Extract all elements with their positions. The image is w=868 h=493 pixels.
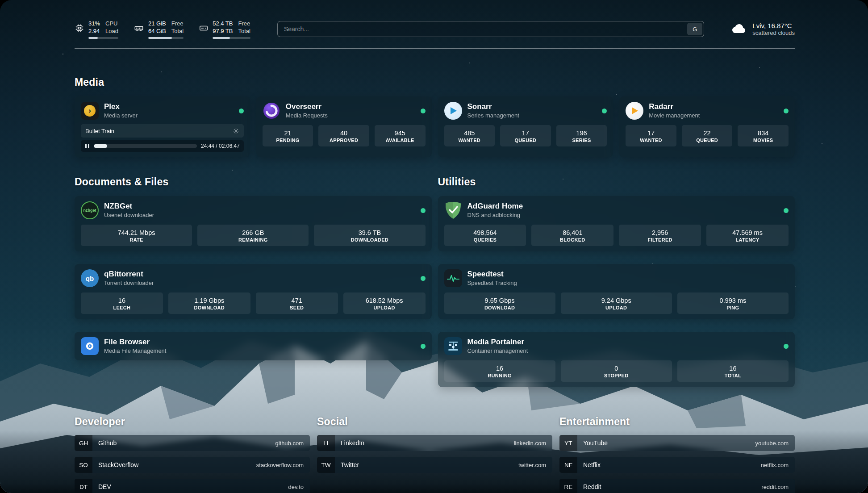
bookmark-stackoverflow[interactable]: SO StackOverflow stackoverflow.com	[75, 457, 310, 473]
stat-upload: 9.24 Gbps UPLOAD	[561, 292, 672, 314]
stat-available: 945 AVAILABLE	[375, 125, 426, 146]
filebrowser-icon	[81, 337, 99, 355]
plex-progress-bar[interactable]	[94, 144, 197, 148]
bookmark-reddit[interactable]: RE Reddit reddit.com	[559, 479, 795, 493]
portainer-link[interactable]: Media Portainer Container management	[444, 337, 789, 355]
stat-downloaded: 39.6 TB DOWNLOADED	[314, 225, 425, 246]
nzbget-subtitle: Usenet downloader	[104, 212, 154, 218]
stat-leech: 16 LEECH	[81, 292, 163, 314]
stat-blocked: 86,401 BLOCKED	[531, 225, 613, 246]
section-title-documents: Documents & Files	[75, 176, 432, 188]
bookmark-youtube[interactable]: YT YouTube youtube.com	[559, 435, 795, 451]
stat-seed: 471 SEED	[256, 292, 338, 314]
section-title-entertainment: Entertainment	[559, 416, 795, 428]
card-nzbget: nzbget NZBGet Usenet downloader 744.21 M…	[75, 196, 432, 251]
cloud-icon	[731, 23, 747, 35]
stat-wanted: 485 WANTED	[444, 125, 495, 146]
youtube-abbr: YT	[559, 435, 577, 451]
qbittorrent-icon: qb	[81, 269, 99, 287]
sonarr-icon	[444, 102, 462, 120]
cpu-label: CPU	[105, 20, 118, 27]
stat-series: 196 SERIES	[556, 125, 607, 146]
plex-icon: ›	[81, 102, 99, 120]
card-filebrowser: File Browser Media File Management	[75, 332, 432, 360]
speedtest-link[interactable]: Speedtest Speedtest Tracking	[444, 269, 789, 287]
radarr-icon	[626, 102, 643, 120]
disk-total-value: 97.9 TB	[213, 27, 233, 35]
overseerr-link[interactable]: Overseerr Media Requests	[263, 102, 426, 120]
portainer-name: Media Portainer	[467, 338, 528, 347]
section-documents: Documents & Files nzbget NZBGet Usenet d…	[75, 176, 432, 360]
memory-icon	[134, 23, 144, 33]
plex-link[interactable]: › Plex Media server	[81, 102, 244, 120]
section-utilities: Utilities	[438, 176, 795, 387]
stat-queries: 498,564 QUERIES	[444, 225, 526, 246]
stat-queued: 17 QUEUED	[500, 125, 551, 146]
disk-usage-bar	[213, 37, 250, 39]
dashboard-screen: 31% 2.94 CPU Load	[0, 0, 868, 493]
radarr-subtitle: Movie management	[649, 112, 700, 119]
search-bar: G	[277, 21, 704, 37]
gear-icon[interactable]	[233, 128, 239, 134]
cpu-icon	[75, 23, 84, 33]
bookmark-netflix[interactable]: NF Netflix netflix.com	[559, 457, 795, 473]
bookmark-github[interactable]: GH Github github.com	[75, 435, 310, 451]
stat-remaining: 266 GB REMAINING	[197, 225, 309, 246]
filebrowser-status-dot	[421, 344, 426, 349]
twitter-abbr: TW	[317, 457, 335, 473]
plex-name: Plex	[104, 102, 138, 111]
adguard-link[interactable]: AdGuard Home DNS and adblocking	[444, 201, 789, 219]
plex-now-playing: Bullet Train	[81, 124, 244, 138]
memory-free-label: Free	[171, 20, 184, 27]
stat-pending: 21 PENDING	[263, 125, 313, 146]
overseerr-subtitle: Media Requests	[286, 112, 328, 119]
nzbget-status-dot	[421, 208, 426, 213]
filebrowser-subtitle: Media File Management	[104, 347, 166, 354]
bookmark-dev[interactable]: DT DEV dev.to	[75, 479, 310, 493]
radarr-link[interactable]: Radarr Movie management	[626, 102, 789, 120]
adguard-name: AdGuard Home	[467, 202, 523, 211]
qbittorrent-link[interactable]: qb qBittorrent Torrent downloader	[81, 269, 426, 287]
memory-usage-bar	[148, 37, 184, 39]
bookmark-group-developer: Developer GH Github github.com SO StackO…	[75, 416, 310, 493]
disk-free-label: Free	[238, 20, 250, 27]
section-title-utilities: Utilities	[438, 176, 795, 188]
bookmark-linkedin[interactable]: LI LinkedIn linkedin.com	[317, 435, 552, 451]
memory-total-label: Total	[171, 27, 184, 35]
disk-icon	[199, 23, 209, 33]
plex-status-dot	[239, 109, 244, 113]
netflix-abbr: NF	[559, 457, 577, 473]
qbittorrent-subtitle: Torrent downloader	[104, 280, 154, 286]
portainer-icon	[444, 337, 462, 355]
bookmark-twitter[interactable]: TW Twitter twitter.com	[317, 457, 552, 473]
topbar-divider	[75, 48, 795, 49]
stat-filtered: 2,956 FILTERED	[619, 225, 701, 246]
stat-total: 16 TOTAL	[677, 360, 789, 382]
stat-download: 9.65 Gbps DOWNLOAD	[444, 292, 555, 314]
adguard-icon	[444, 201, 462, 219]
radarr-status-dot	[784, 109, 789, 113]
sonarr-link[interactable]: Sonarr Series management	[444, 102, 607, 120]
stat-movies: 834 MOVIES	[738, 125, 789, 146]
pause-button[interactable]	[85, 143, 90, 149]
card-sonarr: Sonarr Series management 485 WANTED 17 Q…	[438, 96, 613, 157]
card-adguard: AdGuard Home DNS and adblocking 498,564 …	[438, 196, 795, 251]
overseerr-status-dot	[421, 109, 426, 113]
nzbget-link[interactable]: nzbget NZBGet Usenet downloader	[81, 201, 426, 219]
nzbget-icon: nzbget	[81, 201, 99, 219]
speedtest-name: Speedtest	[467, 270, 517, 279]
speedtest-icon	[444, 269, 462, 287]
nzbget-name: NZBGet	[104, 202, 154, 211]
cpu-percent: 31%	[88, 20, 100, 27]
search-provider-button[interactable]: G	[687, 23, 702, 35]
github-abbr: GH	[75, 435, 92, 451]
adguard-status-dot	[784, 208, 789, 213]
section-media: Media › Plex Media server Bullet Train	[75, 76, 795, 157]
search-input[interactable]	[278, 21, 687, 37]
now-playing-title: Bullet Train	[85, 128, 114, 134]
filebrowser-link[interactable]: File Browser Media File Management	[81, 337, 426, 355]
top-bar: 31% 2.94 CPU Load	[75, 16, 795, 42]
cpu-usage-bar	[88, 37, 118, 39]
memory-widget: 21 GiB 64 GiB Free Total	[134, 20, 184, 39]
qbittorrent-status-dot	[421, 276, 426, 281]
